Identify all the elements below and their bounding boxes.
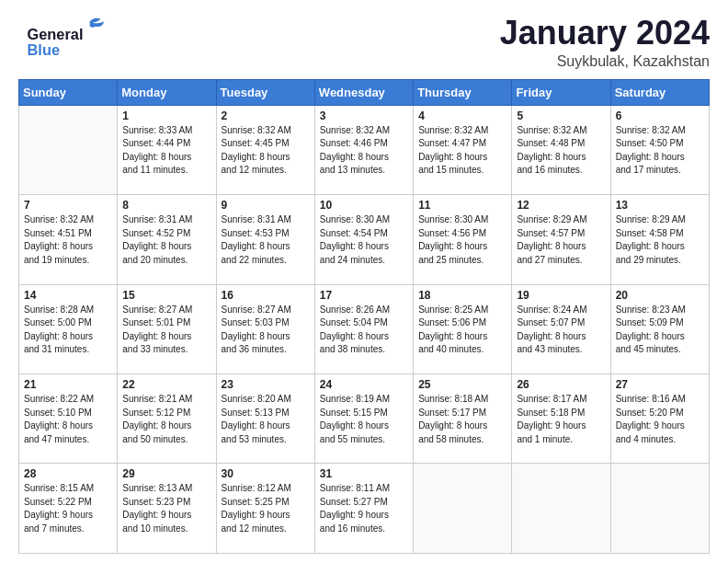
day-number: 12 xyxy=(517,199,605,212)
page: General Blue January 2024 Suykbulak, Kaz… xyxy=(0,0,728,563)
table-cell: 15Sunrise: 8:27 AM Sunset: 5:01 PM Dayli… xyxy=(118,284,216,373)
cell-info: Sunrise: 8:11 AM Sunset: 5:27 PM Dayligh… xyxy=(320,482,408,535)
table-cell: 21Sunrise: 8:22 AM Sunset: 5:10 PM Dayli… xyxy=(19,374,118,464)
location: Suykbulak, Kazakhstan xyxy=(500,53,710,70)
svg-text:General: General xyxy=(28,26,84,42)
day-number: 11 xyxy=(418,199,506,212)
day-number: 27 xyxy=(616,378,704,391)
day-number: 18 xyxy=(418,289,506,302)
table-cell: 5Sunrise: 8:32 AM Sunset: 4:48 PM Daylig… xyxy=(512,105,610,194)
title-block: January 2024 Suykbulak, Kazakhstan xyxy=(500,15,710,70)
col-monday: Monday xyxy=(118,79,216,105)
day-number: 22 xyxy=(122,378,210,391)
table-cell: 22Sunrise: 8:21 AM Sunset: 5:12 PM Dayli… xyxy=(118,374,216,464)
day-number: 15 xyxy=(122,289,210,302)
cell-info: Sunrise: 8:23 AM Sunset: 5:09 PM Dayligh… xyxy=(616,304,704,357)
table-cell: 1Sunrise: 8:33 AM Sunset: 4:44 PM Daylig… xyxy=(118,105,216,194)
day-number: 17 xyxy=(320,289,408,302)
cell-info: Sunrise: 8:16 AM Sunset: 5:20 PM Dayligh… xyxy=(616,393,704,446)
calendar-table: Sunday Monday Tuesday Wednesday Thursday… xyxy=(18,79,710,554)
table-cell: 11Sunrise: 8:30 AM Sunset: 4:56 PM Dayli… xyxy=(414,195,512,284)
table-cell xyxy=(512,464,610,554)
table-cell: 14Sunrise: 8:28 AM Sunset: 5:00 PM Dayli… xyxy=(19,284,118,373)
day-number: 6 xyxy=(616,109,704,122)
day-number: 23 xyxy=(222,378,310,391)
table-cell: 6Sunrise: 8:32 AM Sunset: 4:50 PM Daylig… xyxy=(610,105,709,194)
table-cell: 29Sunrise: 8:13 AM Sunset: 5:23 PM Dayli… xyxy=(118,464,216,554)
table-cell: 25Sunrise: 8:18 AM Sunset: 5:17 PM Dayli… xyxy=(414,374,512,464)
col-sunday: Sunday xyxy=(19,79,118,105)
calendar-row: 14Sunrise: 8:28 AM Sunset: 5:00 PM Dayli… xyxy=(19,284,710,373)
cell-info: Sunrise: 8:32 AM Sunset: 4:47 PM Dayligh… xyxy=(418,124,506,178)
day-number: 3 xyxy=(320,109,408,122)
table-cell: 30Sunrise: 8:12 AM Sunset: 5:25 PM Dayli… xyxy=(216,464,314,554)
table-cell: 4Sunrise: 8:32 AM Sunset: 4:47 PM Daylig… xyxy=(414,105,512,194)
cell-info: Sunrise: 8:27 AM Sunset: 5:01 PM Dayligh… xyxy=(122,304,210,357)
day-number: 16 xyxy=(222,289,310,302)
day-number: 13 xyxy=(616,199,704,212)
day-number: 29 xyxy=(122,467,210,480)
calendar-row: 1Sunrise: 8:33 AM Sunset: 4:44 PM Daylig… xyxy=(19,105,710,194)
cell-info: Sunrise: 8:32 AM Sunset: 4:51 PM Dayligh… xyxy=(24,213,112,267)
cell-info: Sunrise: 8:20 AM Sunset: 5:13 PM Dayligh… xyxy=(222,393,310,446)
table-cell: 19Sunrise: 8:24 AM Sunset: 5:07 PM Dayli… xyxy=(512,284,610,373)
cell-info: Sunrise: 8:30 AM Sunset: 4:56 PM Dayligh… xyxy=(418,213,506,267)
cell-info: Sunrise: 8:30 AM Sunset: 4:54 PM Dayligh… xyxy=(320,213,408,267)
cell-info: Sunrise: 8:12 AM Sunset: 5:25 PM Dayligh… xyxy=(222,482,310,535)
day-number: 5 xyxy=(517,109,605,122)
day-number: 20 xyxy=(616,289,704,302)
cell-info: Sunrise: 8:21 AM Sunset: 5:12 PM Dayligh… xyxy=(122,393,210,446)
table-cell: 12Sunrise: 8:29 AM Sunset: 4:57 PM Dayli… xyxy=(512,195,610,284)
header: General Blue January 2024 Suykbulak, Kaz… xyxy=(18,15,710,70)
day-number: 14 xyxy=(24,289,112,302)
table-cell: 17Sunrise: 8:26 AM Sunset: 5:04 PM Dayli… xyxy=(314,284,413,373)
cell-info: Sunrise: 8:32 AM Sunset: 4:46 PM Dayligh… xyxy=(320,124,408,178)
day-number: 9 xyxy=(222,199,310,212)
cell-info: Sunrise: 8:22 AM Sunset: 5:10 PM Dayligh… xyxy=(24,393,112,446)
table-cell: 26Sunrise: 8:17 AM Sunset: 5:18 PM Dayli… xyxy=(512,374,610,464)
table-cell: 13Sunrise: 8:29 AM Sunset: 4:58 PM Dayli… xyxy=(610,195,709,284)
cell-info: Sunrise: 8:24 AM Sunset: 5:07 PM Dayligh… xyxy=(517,304,605,357)
day-number: 31 xyxy=(320,467,408,480)
table-cell: 7Sunrise: 8:32 AM Sunset: 4:51 PM Daylig… xyxy=(19,195,118,284)
day-number: 4 xyxy=(418,109,506,122)
table-cell: 8Sunrise: 8:31 AM Sunset: 4:52 PM Daylig… xyxy=(118,195,216,284)
col-tuesday: Tuesday xyxy=(216,79,314,105)
header-row: Sunday Monday Tuesday Wednesday Thursday… xyxy=(19,79,710,105)
table-cell: 16Sunrise: 8:27 AM Sunset: 5:03 PM Dayli… xyxy=(216,284,314,373)
cell-info: Sunrise: 8:15 AM Sunset: 5:22 PM Dayligh… xyxy=(24,482,112,535)
table-cell: 27Sunrise: 8:16 AM Sunset: 5:20 PM Dayli… xyxy=(610,374,709,464)
col-saturday: Saturday xyxy=(610,79,709,105)
table-cell: 24Sunrise: 8:19 AM Sunset: 5:15 PM Dayli… xyxy=(314,374,413,464)
day-number: 1 xyxy=(122,109,210,122)
day-number: 19 xyxy=(517,289,605,302)
cell-info: Sunrise: 8:27 AM Sunset: 5:03 PM Dayligh… xyxy=(222,304,310,357)
cell-info: Sunrise: 8:18 AM Sunset: 5:17 PM Dayligh… xyxy=(418,393,506,446)
day-number: 26 xyxy=(517,378,605,391)
cell-info: Sunrise: 8:29 AM Sunset: 4:57 PM Dayligh… xyxy=(517,213,605,267)
cell-info: Sunrise: 8:31 AM Sunset: 4:52 PM Dayligh… xyxy=(122,213,210,267)
table-cell: 31Sunrise: 8:11 AM Sunset: 5:27 PM Dayli… xyxy=(314,464,413,554)
day-number: 25 xyxy=(418,378,506,391)
table-cell xyxy=(19,105,118,194)
day-number: 10 xyxy=(320,199,408,212)
cell-info: Sunrise: 8:28 AM Sunset: 5:00 PM Dayligh… xyxy=(24,304,112,357)
cell-info: Sunrise: 8:17 AM Sunset: 5:18 PM Dayligh… xyxy=(517,393,605,446)
logo-image: General Blue xyxy=(18,15,119,61)
table-cell xyxy=(414,464,512,554)
col-wednesday: Wednesday xyxy=(314,79,413,105)
cell-info: Sunrise: 8:26 AM Sunset: 5:04 PM Dayligh… xyxy=(320,304,408,357)
cell-info: Sunrise: 8:29 AM Sunset: 4:58 PM Dayligh… xyxy=(616,213,704,267)
cell-info: Sunrise: 8:33 AM Sunset: 4:44 PM Dayligh… xyxy=(122,124,210,178)
svg-text:Blue: Blue xyxy=(28,41,60,58)
table-cell: 9Sunrise: 8:31 AM Sunset: 4:53 PM Daylig… xyxy=(216,195,314,284)
table-cell: 23Sunrise: 8:20 AM Sunset: 5:13 PM Dayli… xyxy=(216,374,314,464)
day-number: 2 xyxy=(222,109,310,122)
table-cell: 2Sunrise: 8:32 AM Sunset: 4:45 PM Daylig… xyxy=(216,105,314,194)
table-cell: 28Sunrise: 8:15 AM Sunset: 5:22 PM Dayli… xyxy=(19,464,118,554)
col-friday: Friday xyxy=(512,79,610,105)
cell-info: Sunrise: 8:25 AM Sunset: 5:06 PM Dayligh… xyxy=(418,304,506,357)
col-thursday: Thursday xyxy=(414,79,512,105)
cell-info: Sunrise: 8:32 AM Sunset: 4:45 PM Dayligh… xyxy=(222,124,310,178)
day-number: 7 xyxy=(24,199,112,212)
